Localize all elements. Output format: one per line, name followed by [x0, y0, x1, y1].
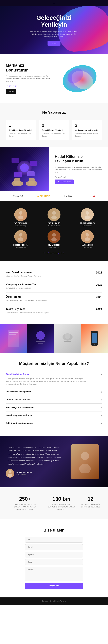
accordion-item-3[interactable]: Content Creation Services ∨ — [6, 396, 102, 404]
stat-item-1: 250+ TAMAMLANAN PROJELER Başarılı Kampan… — [6, 496, 44, 511]
contact-section: Bize ulaşın İletişim Kur — [0, 519, 108, 598]
stat-label-1: TAMAMLANAN PROJELER Başarılı Kampanyalar… — [6, 503, 44, 511]
timeline-left-3: Ödül Tanıma Yıkın En İyi Dijital Ajans Ö… — [6, 296, 92, 302]
abstract-shape-svg — [61, 63, 98, 94]
timeline-left-1: Web Sitesi Lansmanı Müşterilerimizin Yen… — [6, 271, 92, 277]
svg-point-39 — [81, 452, 89, 460]
timeline-desc-3: Yıkın En İyi Dijital Ajans Ödülüne İki k… — [6, 299, 92, 302]
person-image — [71, 444, 99, 479]
timeline-desc-4: Ekibimize 10 Yeni Yetenekli Profesyonel … — [6, 312, 92, 314]
transform-text: At vero eos et accusam et justo duo dolo… — [6, 75, 51, 83]
svg-rect-27 — [9, 334, 16, 335]
accordion-chevron-6: ∨ — [100, 422, 102, 425]
timeline-title-3: Ödül Tanıma — [6, 296, 92, 298]
accordion-header-4[interactable]: Web Design and Development ∨ — [6, 406, 102, 409]
author-photo — [6, 469, 14, 478]
svg-rect-30 — [38, 344, 43, 344]
accordion-header-2[interactable]: Social Media Management ∨ — [6, 390, 102, 393]
accordion-header-5[interactable]: Search Engine Optimization ∨ — [6, 414, 102, 417]
accordion-item-2[interactable]: Social Media Management ∨ — [6, 388, 102, 396]
team-more-link[interactable]: Ekibin tüm üyelerini görüntüle — [6, 252, 102, 254]
accordion-header-6[interactable]: Paid Advertising Campaigns ∨ — [6, 422, 102, 425]
daha-fazla-button[interactable]: Daha Fazlası Oldu — [55, 180, 74, 184]
contact-name-field[interactable] — [25, 537, 83, 542]
accordion-label-6: Paid Advertising Campaigns — [6, 422, 33, 424]
transform-button[interactable]: İletişim — [6, 89, 16, 94]
accordion-header-3[interactable]: Content Creation Services ∨ — [6, 398, 102, 401]
team-member-1: NAT REYNOLDS Muhasebe Danışı — [6, 208, 36, 227]
timeline-item-3: Ödül Tanıma Yıkın En İyi Dijital Ajans Ö… — [6, 292, 102, 305]
team-member-3: JENNIE ROBERTS Başkan Vekili — [72, 208, 102, 227]
svg-point-28 — [36, 331, 45, 340]
team-member-2: FRANK KINNEY Mali Uzman Müdürü — [39, 208, 69, 227]
member-role-6: Satış Müdürü — [83, 247, 92, 248]
accordion-label-3: Content Creation Services — [6, 398, 31, 401]
accordion-label-4: Web Design and Development — [6, 406, 35, 408]
accordion-item-1[interactable]: Digital Marketing Strategy ∨ Ut leo vulp… — [6, 370, 102, 388]
contact-message-field[interactable] — [25, 567, 83, 581]
service-item-1: 1 Dijital Pazarlama Stratejisi Sample te… — [6, 120, 36, 140]
hamburger-icon[interactable]: ☰ — [53, 1, 55, 4]
hero-button[interactable]: İletişim — [47, 41, 60, 46]
service-name-1: Dijital Pazarlama Stratejisi — [9, 129, 33, 132]
portfolio-img-4 — [81, 324, 108, 353]
author-title-text: Başgun Vekili — [16, 474, 32, 475]
timeline-desc-1: Müşterilerimizin Yeni Çevrimiçi Varlığın… — [6, 275, 92, 277]
timeline-title-2: Kampanya Kilometre Taşı — [6, 283, 92, 286]
accordion-chevron-3: ∨ — [100, 398, 102, 401]
accordion-content-1: Ut leo vulputate diam amet Lorem ipsum d… — [6, 376, 86, 386]
contact-subject-field[interactable] — [25, 559, 83, 565]
accordion-label-1: Digital Marketing Strategy — [6, 373, 31, 375]
transform-link[interactable]: Tan işim Freepik — [6, 85, 17, 87]
member-photo-3 — [81, 208, 94, 221]
testimonial-right — [68, 444, 102, 479]
member-role-3: Başkan Vekili — [83, 225, 92, 227]
svg-point-36 — [94, 344, 95, 345]
accordion-section: Müşterilerimiz İçin Neler Yapabiliriz? D… — [0, 353, 108, 436]
contact-email-field[interactable] — [25, 552, 83, 558]
testimonial-author: Roxie Swanman Başgun Vekili — [6, 469, 62, 478]
member-photo-5 — [47, 230, 61, 243]
accordion-item-5[interactable]: Search Engine Optimization ∨ — [6, 412, 102, 419]
hero-content: Geleceğinizi Yenileyin Lorem ipsum ut la… — [30, 14, 78, 46]
stats-section: 250+ TAMAMLANAN PROJELER Başarılı Kampan… — [0, 488, 108, 519]
transform-right — [57, 63, 102, 94]
accordion-item-4[interactable]: Web Design and Development ∨ — [6, 404, 102, 412]
svg-point-13 — [19, 211, 22, 214]
contact-submit-button[interactable]: İletişim Kur — [25, 583, 83, 589]
service-text-2: Sample text. Click to select the Text El… — [42, 133, 66, 137]
svg-rect-29 — [36, 341, 45, 342]
timeline-item-4: Takım Büyümesi Ekibimize 10 Yeni Yetenek… — [6, 305, 102, 317]
stat-item-3: 12 YILLARIN UZMANLIĞI Dijital Deneyimizl… — [79, 496, 102, 511]
svg-point-22 — [51, 238, 57, 241]
stat-label-2: MUTLU MÜŞTERİLER Büyüme Ortaklıklar Yaşa… — [44, 503, 79, 511]
author-name: Roxie Swanman — [16, 471, 32, 474]
contact-surname-field[interactable] — [25, 544, 83, 550]
member-role-4: Reklam Yöneticisi — [15, 247, 26, 248]
team-member-4: PHOEBE NELSON Reklam Yöneticisi — [6, 230, 36, 248]
brand-evga: EVGA — [64, 195, 72, 198]
services-title: Ne Yapıyoruz — [6, 110, 102, 114]
accordion-chevron-1: ∨ — [100, 372, 102, 376]
accordion-item-6[interactable]: Paid Advertising Campaigns ∨ — [6, 419, 102, 427]
member-role-2: Mali Uzman Müdürü — [47, 225, 60, 227]
transform-title: Markanızı Dönüştürün — [6, 63, 51, 72]
footer: Copyright © 2024 All Rights Reserved — [0, 598, 108, 605]
service-item-2: 2 Sosyal Medya Yönetimi Sample text. Cli… — [39, 120, 69, 140]
services-section: Ne Yapıyoruz 1 Dijital Pazarlama Stratej… — [0, 103, 108, 147]
timeline-title-4: Takım Büyümesi — [6, 308, 92, 310]
team-section: NAT REYNOLDS Muhasebe Danışı FRANK KINNE… — [0, 201, 108, 261]
timeline-item-1: Web Sitesi Lansmanı Müşterilerimizin Yen… — [6, 268, 102, 280]
testimonial-left: "Lorem pulvinar ut laoreet et dapibus et… — [6, 446, 62, 478]
timeline-desc-2: Bir Ayda 1 Milyon Gösterime Ulaştık — [6, 287, 92, 290]
svg-point-21 — [52, 233, 56, 236]
target-link: Tan işim Freepik — [55, 176, 102, 178]
svg-point-16 — [51, 216, 57, 219]
svg-point-40 — [79, 464, 91, 473]
timeline-title-1: Web Sitesi Lansmanı — [6, 271, 92, 274]
target-image — [0, 147, 49, 191]
accordion-section-title: Müşterilerimiz İçin Neler Yapabiliriz? — [6, 361, 102, 366]
accordion-header-1[interactable]: Digital Marketing Strategy ∨ — [6, 372, 102, 376]
service-num-2: 2 — [42, 123, 66, 128]
services-grid: 1 Dijital Pazarlama Stratejisi Sample te… — [6, 120, 102, 140]
